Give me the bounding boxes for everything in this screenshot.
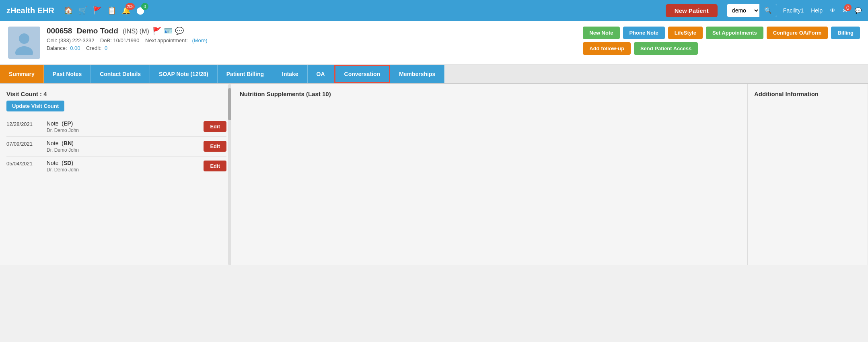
circle-badge: 0	[141, 3, 148, 10]
patient-header: 000658 Demo Todd (INS) (M) 🚩 🪪 💬 Cell: (…	[0, 21, 868, 65]
credit-value[interactable]: 0	[105, 45, 107, 51]
note-doctor-3: Dr. Demo John	[47, 167, 200, 173]
new-patient-button[interactable]: New Patient	[666, 4, 718, 17]
flag-icon[interactable]: 🚩	[93, 6, 102, 15]
nutrition-panel: Nutrition Supplements (Last 10)	[233, 84, 747, 265]
chat-icon[interactable]: 💬	[855, 7, 862, 14]
note-info-2: Note (BN) Dr. Demo John	[47, 140, 200, 153]
search-bar: demo 🔍	[727, 4, 777, 17]
send-patient-access-button[interactable]: Send Patient Access	[634, 42, 698, 55]
note-doctor-1: Dr. Demo John	[47, 128, 200, 133]
tab-contact-details[interactable]: Contact Details	[91, 65, 150, 83]
summary-panel: Visit Count : 4 Update Visit Count 12/28…	[0, 84, 233, 265]
note-info-1: Note (EP) Dr. Demo John	[47, 120, 200, 133]
tab-conversation[interactable]: Conversation	[334, 65, 390, 83]
visit-count-label: Visit Count : 4	[6, 91, 226, 97]
lifestyle-button[interactable]: LifeStyle	[668, 27, 703, 39]
patient-avatar	[8, 27, 40, 59]
note-item-2: 07/09/2021 Note (BN) Dr. Demo John Edit	[6, 137, 226, 157]
patient-name-row: 000658 Demo Todd (INS) (M) 🚩 🪪 💬	[47, 27, 576, 35]
phone-note-button[interactable]: Phone Note	[623, 27, 665, 39]
clipboard-icon[interactable]: 📋	[107, 6, 116, 15]
tabs-bar: Summary Past Notes Contact Details SOAP …	[0, 65, 868, 84]
cart-icon[interactable]: 🛒	[78, 6, 87, 15]
add-follow-up-button[interactable]: Add follow-up	[583, 42, 631, 55]
nutrition-title: Nutrition Supplements (Last 10)	[240, 91, 740, 97]
home-icon[interactable]: 🏠	[64, 6, 73, 15]
note-date-3: 05/04/2021	[6, 161, 43, 167]
billing-button[interactable]: Billing	[831, 27, 860, 39]
note-type-2: Note (BN)	[47, 140, 200, 146]
svg-point-0	[19, 33, 29, 44]
note-type-3: Note (SD)	[47, 160, 200, 166]
additional-panel: Additional Information	[747, 84, 868, 265]
envelope-icon[interactable]: ✉ 0	[843, 7, 847, 14]
balance-value[interactable]: 0.00	[70, 45, 80, 51]
patient-icons: 🚩 🪪 💬	[152, 27, 184, 35]
patient-info: 000658 Demo Todd (INS) (M) 🚩 🪪 💬 Cell: (…	[47, 27, 576, 51]
scroll-thumb	[228, 88, 231, 120]
configure-oa-button[interactable]: Configure OA/Form	[767, 27, 828, 39]
patient-id: 000658 Demo Todd (INS) (M)	[47, 27, 149, 35]
edit-button-1[interactable]: Edit	[204, 121, 226, 132]
patient-chat-icon: 💬	[175, 27, 184, 35]
tab-patient-billing[interactable]: Patient Billing	[218, 65, 273, 83]
eye-icon[interactable]: 👁	[830, 7, 835, 14]
main-content: Visit Count : 4 Update Visit Count 12/28…	[0, 84, 868, 265]
patient-balance: Balance: 0.00 Credit: 0	[47, 45, 576, 51]
nav-icons: 🏠 🛒 🚩 📋 🔔 208 ⬤ 0	[64, 6, 659, 15]
note-item-1: 12/28/2021 Note (EP) Dr. Demo John Edit	[6, 117, 226, 137]
search-select[interactable]: demo	[727, 4, 759, 16]
set-appointments-button[interactable]: Set Appointments	[706, 27, 763, 39]
tab-past-notes[interactable]: Past Notes	[44, 65, 91, 83]
nav-right: Facility1 Help 👁 ✉ 0 💬	[783, 7, 862, 14]
patient-flag-icon: 🚩	[152, 27, 161, 35]
more-link[interactable]: (More)	[192, 37, 207, 43]
search-button[interactable]: 🔍	[759, 4, 777, 17]
note-date-2: 07/09/2021	[6, 141, 43, 147]
tab-oa[interactable]: OA	[308, 65, 334, 83]
note-type-1: Note (EP)	[47, 120, 200, 127]
help-label[interactable]: Help	[811, 7, 823, 14]
bell-icon[interactable]: 🔔 208	[122, 6, 131, 15]
additional-title: Additional Information	[754, 91, 861, 97]
action-buttons: New Note Phone Note LifeStyle Set Appoin…	[583, 27, 860, 55]
top-navigation: zHealth EHR 🏠 🛒 🚩 📋 🔔 208 ⬤ 0 New Patien…	[0, 0, 868, 21]
patient-details: Cell: (333) 222-3232 DoB: 10/01/1990 Nex…	[47, 37, 576, 43]
patient-id-card-icon: 🪪	[164, 27, 173, 35]
note-date-1: 12/28/2021	[6, 121, 43, 127]
action-row-2: Add follow-up Send Patient Access Click …	[583, 42, 860, 55]
tab-memberships[interactable]: Memberships	[390, 65, 444, 83]
scrollbar[interactable]	[228, 84, 231, 265]
update-visit-count-button[interactable]: Update Visit Count	[6, 101, 64, 111]
message-badge: 0	[844, 4, 852, 11]
notes-list: 12/28/2021 Note (EP) Dr. Demo John Edit …	[6, 117, 226, 176]
tab-summary[interactable]: Summary	[0, 65, 44, 83]
circle-icon[interactable]: ⬤ 0	[136, 6, 144, 15]
bell-badge: 208	[125, 3, 135, 10]
note-info-3: Note (SD) Dr. Demo John	[47, 160, 200, 173]
svg-point-1	[15, 46, 33, 55]
new-note-button[interactable]: New Note	[583, 27, 619, 39]
app-brand: zHealth EHR	[6, 6, 54, 15]
note-doctor-2: Dr. Demo John	[47, 147, 200, 153]
edit-button-3[interactable]: Edit	[204, 161, 226, 171]
tab-soap-note[interactable]: SOAP Note (12/28)	[150, 65, 218, 83]
edit-button-2[interactable]: Edit	[204, 141, 226, 152]
facility-label[interactable]: Facility1	[783, 7, 804, 14]
action-row-1: New Note Phone Note LifeStyle Set Appoin…	[583, 27, 860, 39]
note-item-3: 05/04/2021 Note (SD) Dr. Demo John Edit	[6, 157, 226, 176]
tab-intake[interactable]: Intake	[273, 65, 307, 83]
